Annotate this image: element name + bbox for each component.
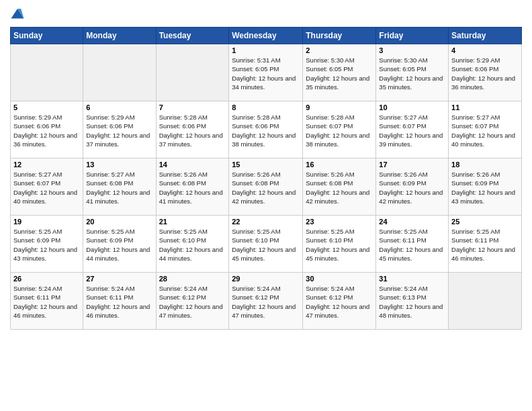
calendar-cell: 16Sunrise: 5:26 AMSunset: 6:08 PMDayligh… [303, 158, 376, 216]
day-info: Sunrise: 5:24 AMSunset: 6:12 PMDaylight:… [232, 284, 300, 320]
day-info: Sunrise: 5:25 AMSunset: 6:09 PMDaylight:… [13, 227, 80, 263]
day-number: 19 [13, 218, 80, 226]
calendar-cell: 7Sunrise: 5:28 AMSunset: 6:06 PMDaylight… [156, 101, 229, 158]
logo [10, 7, 26, 21]
calendar-cell: 18Sunrise: 5:26 AMSunset: 6:09 PMDayligh… [449, 158, 522, 216]
calendar-cell: 30Sunrise: 5:24 AMSunset: 6:12 PMDayligh… [303, 273, 376, 330]
calendar-cell: 19Sunrise: 5:25 AMSunset: 6:09 PMDayligh… [11, 216, 83, 273]
calendar-cell: 4Sunrise: 5:29 AMSunset: 6:06 PMDaylight… [449, 44, 522, 101]
weekday-header-tuesday: Tuesday [156, 28, 229, 44]
day-number: 9 [306, 103, 373, 111]
calendar-cell: 22Sunrise: 5:25 AMSunset: 6:10 PMDayligh… [229, 216, 303, 273]
calendar-cell: 27Sunrise: 5:24 AMSunset: 6:11 PMDayligh… [83, 273, 156, 330]
day-info: Sunrise: 5:26 AMSunset: 6:09 PMDaylight:… [451, 170, 519, 205]
day-info: Sunrise: 5:27 AMSunset: 6:08 PMDaylight:… [86, 170, 152, 205]
day-number: 2 [306, 46, 373, 54]
weekday-header-monday: Monday [83, 28, 156, 44]
calendar-body: 1Sunrise: 5:31 AMSunset: 6:05 PMDaylight… [11, 44, 522, 330]
day-number: 5 [13, 103, 80, 111]
day-info: Sunrise: 5:29 AMSunset: 6:06 PMDaylight:… [86, 113, 152, 148]
calendar-cell: 29Sunrise: 5:24 AMSunset: 6:12 PMDayligh… [229, 273, 303, 330]
day-number: 21 [159, 218, 226, 226]
day-number: 13 [86, 161, 152, 169]
day-info: Sunrise: 5:24 AMSunset: 6:13 PMDaylight:… [379, 284, 445, 320]
calendar-week-5: 26Sunrise: 5:24 AMSunset: 6:11 PMDayligh… [11, 273, 522, 330]
day-info: Sunrise: 5:24 AMSunset: 6:11 PMDaylight:… [86, 284, 152, 320]
calendar-cell: 15Sunrise: 5:26 AMSunset: 6:08 PMDayligh… [229, 158, 303, 216]
day-number: 26 [13, 275, 80, 283]
page-header [10, 7, 522, 21]
day-number: 14 [159, 161, 226, 169]
calendar-week-1: 1Sunrise: 5:31 AMSunset: 6:05 PMDaylight… [11, 44, 522, 101]
weekday-header-wednesday: Wednesday [229, 28, 303, 44]
day-info: Sunrise: 5:27 AMSunset: 6:07 PMDaylight:… [451, 113, 519, 148]
calendar-cell: 31Sunrise: 5:24 AMSunset: 6:13 PMDayligh… [376, 273, 449, 330]
calendar-page: SundayMondayTuesdayWednesdayThursdayFrid… [0, 0, 532, 411]
day-number: 11 [451, 103, 519, 111]
day-number: 27 [86, 275, 152, 283]
day-info: Sunrise: 5:26 AMSunset: 6:08 PMDaylight:… [306, 170, 373, 205]
day-number: 23 [306, 218, 373, 226]
day-info: Sunrise: 5:31 AMSunset: 6:05 PMDaylight:… [232, 56, 300, 91]
calendar-cell: 13Sunrise: 5:27 AMSunset: 6:08 PMDayligh… [83, 158, 156, 216]
day-info: Sunrise: 5:26 AMSunset: 6:08 PMDaylight:… [232, 170, 300, 205]
calendar-header-row: SundayMondayTuesdayWednesdayThursdayFrid… [11, 28, 522, 44]
calendar-cell: 24Sunrise: 5:25 AMSunset: 6:11 PMDayligh… [376, 216, 449, 273]
calendar-week-3: 12Sunrise: 5:27 AMSunset: 6:07 PMDayligh… [11, 158, 522, 216]
day-info: Sunrise: 5:24 AMSunset: 6:12 PMDaylight:… [306, 284, 373, 320]
day-info: Sunrise: 5:29 AMSunset: 6:06 PMDaylight:… [13, 113, 80, 148]
day-info: Sunrise: 5:30 AMSunset: 6:05 PMDaylight:… [379, 56, 445, 91]
day-number: 22 [232, 218, 300, 226]
day-info: Sunrise: 5:25 AMSunset: 6:10 PMDaylight:… [232, 227, 300, 263]
day-number: 18 [451, 161, 519, 169]
calendar-cell: 25Sunrise: 5:25 AMSunset: 6:11 PMDayligh… [449, 216, 522, 273]
calendar-cell [11, 44, 83, 101]
weekday-header-sunday: Sunday [11, 28, 83, 44]
day-number: 3 [379, 46, 445, 54]
day-number: 30 [306, 275, 373, 283]
calendar-cell: 17Sunrise: 5:26 AMSunset: 6:09 PMDayligh… [376, 158, 449, 216]
day-number: 7 [159, 103, 226, 111]
calendar-cell: 26Sunrise: 5:24 AMSunset: 6:11 PMDayligh… [11, 273, 83, 330]
day-info: Sunrise: 5:25 AMSunset: 6:10 PMDaylight:… [159, 227, 226, 263]
day-number: 8 [232, 103, 300, 111]
calendar-cell: 5Sunrise: 5:29 AMSunset: 6:06 PMDaylight… [11, 101, 83, 158]
calendar-cell: 9Sunrise: 5:28 AMSunset: 6:07 PMDaylight… [303, 101, 376, 158]
calendar-cell: 3Sunrise: 5:30 AMSunset: 6:05 PMDaylight… [376, 44, 449, 101]
day-info: Sunrise: 5:26 AMSunset: 6:09 PMDaylight:… [379, 170, 445, 205]
day-number: 1 [232, 46, 300, 54]
calendar-cell: 6Sunrise: 5:29 AMSunset: 6:06 PMDaylight… [83, 101, 156, 158]
calendar-cell: 28Sunrise: 5:24 AMSunset: 6:12 PMDayligh… [156, 273, 229, 330]
calendar-cell: 11Sunrise: 5:27 AMSunset: 6:07 PMDayligh… [449, 101, 522, 158]
day-number: 6 [86, 103, 152, 111]
calendar-cell: 14Sunrise: 5:26 AMSunset: 6:08 PMDayligh… [156, 158, 229, 216]
day-number: 12 [13, 161, 80, 169]
calendar-week-4: 19Sunrise: 5:25 AMSunset: 6:09 PMDayligh… [11, 216, 522, 273]
calendar-cell: 12Sunrise: 5:27 AMSunset: 6:07 PMDayligh… [11, 158, 83, 216]
calendar-cell: 20Sunrise: 5:25 AMSunset: 6:09 PMDayligh… [83, 216, 156, 273]
calendar-week-2: 5Sunrise: 5:29 AMSunset: 6:06 PMDaylight… [11, 101, 522, 158]
day-info: Sunrise: 5:25 AMSunset: 6:10 PMDaylight:… [306, 227, 373, 263]
calendar-cell: 10Sunrise: 5:27 AMSunset: 6:07 PMDayligh… [376, 101, 449, 158]
day-info: Sunrise: 5:28 AMSunset: 6:06 PMDaylight:… [159, 113, 226, 148]
day-info: Sunrise: 5:24 AMSunset: 6:12 PMDaylight:… [159, 284, 226, 320]
weekday-header-thursday: Thursday [303, 28, 376, 44]
day-info: Sunrise: 5:28 AMSunset: 6:06 PMDaylight:… [232, 113, 300, 148]
logo-icon [10, 7, 25, 21]
calendar-cell [156, 44, 229, 101]
day-info: Sunrise: 5:27 AMSunset: 6:07 PMDaylight:… [13, 170, 80, 205]
day-number: 16 [306, 161, 373, 169]
day-info: Sunrise: 5:27 AMSunset: 6:07 PMDaylight:… [379, 113, 445, 148]
day-number: 20 [86, 218, 152, 226]
calendar-cell: 21Sunrise: 5:25 AMSunset: 6:10 PMDayligh… [156, 216, 229, 273]
day-info: Sunrise: 5:25 AMSunset: 6:09 PMDaylight:… [86, 227, 152, 263]
calendar-cell: 2Sunrise: 5:30 AMSunset: 6:05 PMDaylight… [303, 44, 376, 101]
day-number: 31 [379, 275, 445, 283]
day-number: 4 [451, 46, 519, 54]
day-number: 25 [451, 218, 519, 226]
calendar-table: SundayMondayTuesdayWednesdayThursdayFrid… [10, 27, 522, 330]
day-info: Sunrise: 5:24 AMSunset: 6:11 PMDaylight:… [13, 284, 80, 320]
day-info: Sunrise: 5:26 AMSunset: 6:08 PMDaylight:… [159, 170, 226, 205]
calendar-cell [449, 273, 522, 330]
calendar-cell: 1Sunrise: 5:31 AMSunset: 6:05 PMDaylight… [229, 44, 303, 101]
